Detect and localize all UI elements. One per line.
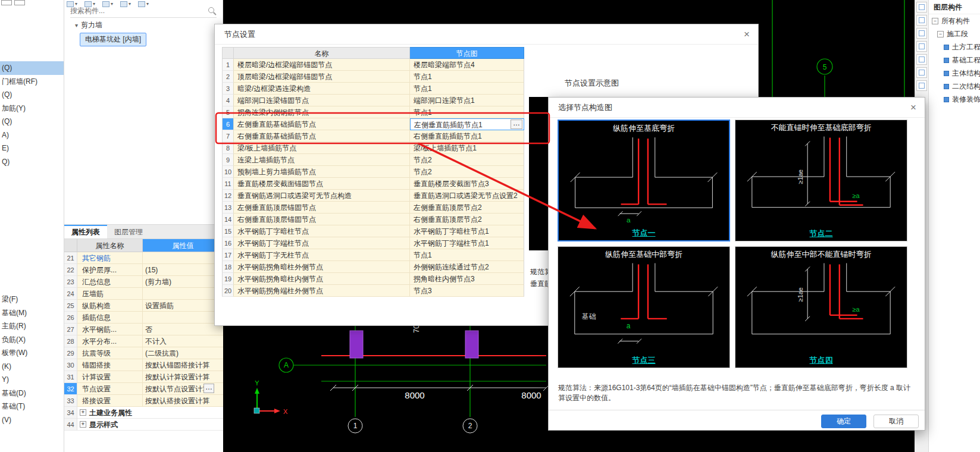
component-type-item[interactable]: (Q)	[0, 61, 64, 75]
property-row[interactable]: 22 保护层厚... (15)	[64, 264, 223, 276]
component-type-item[interactable]: Q)	[0, 155, 64, 169]
node-value[interactable]: 节点2	[410, 166, 524, 178]
component-type-item[interactable]: 板带(W)	[0, 346, 64, 360]
node-settings-row[interactable]: 3 暗梁/边框梁遇连梁构造 节点1	[222, 83, 524, 95]
node-settings-row[interactable]: 13 左侧垂直筋顶层锚固节点 左侧垂直筋顶层节点2	[222, 202, 524, 214]
layer-group-stage[interactable]: − 施工段	[929, 27, 980, 40]
component-type-item[interactable]: 主筋(R)	[0, 319, 64, 333]
property-value[interactable]: (剪力墙)	[143, 276, 223, 288]
node-name[interactable]: 端部洞口连梁锚固节点	[234, 95, 410, 106]
node-settings-row[interactable]: 19 水平钢筋拐角暗柱内侧节点 拐角暗柱内侧节点3	[222, 273, 524, 285]
node-settings-row[interactable]: 10 预制墙上剪力墙插筋节点 节点2	[222, 166, 524, 178]
node-option-label[interactable]: 节点一	[559, 228, 729, 238]
component-type-item[interactable]: 加筋(Y)	[0, 102, 64, 115]
property-row[interactable]: 26 插筋信息	[64, 312, 223, 324]
tree-group-shearwall[interactable]: ▾剪力墙	[75, 20, 102, 30]
property-value[interactable]: 按默认锚固搭接计算	[143, 359, 223, 371]
node-option-2[interactable]: 不能直锚时伸至基础底部弯折 ≥a ≥1ae 节点二	[735, 120, 907, 241]
component-type-item[interactable]: 基础(T)	[0, 400, 64, 413]
node-value[interactable]: 右侧垂直筋顶层节点2	[410, 214, 524, 225]
layer-leaf-item[interactable]: 基础工程	[929, 54, 980, 67]
toolbar-dropdown[interactable]: ▾	[138, 1, 149, 8]
cad-column-2[interactable]	[465, 331, 478, 358]
node-settings-row[interactable]: 20 水平钢筋拐角端柱外侧节点 节点3	[222, 285, 524, 297]
node-value[interactable]: 左侧垂直筋插筋节点1	[410, 118, 524, 130]
node-settings-row[interactable]: 14 右侧垂直筋顶层锚固节点 右侧垂直筋顶层节点2	[222, 214, 524, 225]
component-type-item[interactable]: (K)	[0, 360, 64, 373]
node-value[interactable]: 右侧垂直筋插筋节点1	[410, 130, 524, 142]
node-option-3[interactable]: 纵筋伸至基础中部弯折 a 基础 节点三	[558, 246, 730, 368]
component-type-item[interactable]: 基础(D)	[0, 387, 64, 400]
property-value[interactable]	[143, 252, 223, 264]
node-name[interactable]: 右侧垂直筋基础插筋节点	[234, 130, 410, 142]
toolbar-dropdown[interactable]: ▾	[102, 1, 113, 8]
property-row[interactable]: 30 锚固搭接 按默认锚固搭接计算	[64, 359, 223, 371]
close-icon[interactable]: ×	[744, 29, 750, 39]
property-value[interactable]	[143, 312, 223, 324]
node-name[interactable]: 顶层暗梁/边框梁端部锚固节点	[234, 71, 410, 83]
property-value[interactable]: 按默认搭接设置计算	[143, 395, 223, 407]
component-type-item[interactable]: A)	[0, 128, 64, 142]
property-row[interactable]: 21 其它钢筋	[64, 252, 223, 264]
node-settings-row[interactable]: 15 水平钢筋丁字暗柱节点 水平钢筋丁字暗柱节点1	[222, 225, 524, 237]
cancel-button[interactable]: 取消	[873, 415, 919, 428]
tab-property-list[interactable]: 属性列表	[64, 225, 107, 238]
node-value[interactable]: 节点1	[410, 83, 524, 95]
expand-plus-icon[interactable]: +	[80, 409, 86, 416]
node-value[interactable]: 节点1	[410, 249, 524, 261]
node-value[interactable]: 外侧钢筋连续通过节点2	[410, 261, 524, 273]
node-settings-row[interactable]: 2 顶层暗梁/边框梁端部锚固节点 节点1	[222, 71, 524, 83]
node-name[interactable]: 右侧垂直筋顶层锚固节点	[234, 214, 410, 225]
node-settings-row[interactable]: 7 右侧垂直筋基础插筋节点 右侧垂直筋插筋节点1	[222, 130, 524, 142]
node-value[interactable]: 垂直筋遇洞口或遇梁无节点设置2	[410, 190, 524, 202]
layer-leaf-item[interactable]: 二次结构	[929, 80, 980, 93]
node-name[interactable]: 左侧垂直筋顶层锚固节点	[234, 202, 410, 214]
node-name[interactable]: 水平钢筋拐角端柱外侧节点	[234, 285, 410, 297]
property-row[interactable]: 28 水平分布... 不计入	[64, 335, 223, 347]
tab-layer-management[interactable]: 图层管理	[107, 225, 150, 238]
expand-plus-icon[interactable]: +	[80, 421, 86, 428]
property-value[interactable]	[143, 288, 223, 300]
canvas-tool-button[interactable]	[916, 28, 927, 39]
property-row[interactable]: 33 搭接设置 按默认搭接设置计算	[64, 395, 223, 407]
node-option-label[interactable]: 节点四	[735, 355, 907, 366]
component-type-item[interactable]: Y)	[0, 373, 64, 387]
search-icon[interactable]	[208, 7, 214, 13]
node-value-ellipsis-button[interactable]: …	[511, 120, 522, 129]
node-value[interactable]: 水平钢筋丁字端柱节点1	[410, 237, 524, 249]
property-group-row[interactable]: 44 +显示样式	[64, 419, 223, 431]
component-type-item[interactable]: 门框墙(RF)	[0, 75, 64, 89]
property-value[interactable]: 否	[143, 324, 223, 335]
canvas-tool-button[interactable]	[916, 15, 927, 26]
node-option-4[interactable]: 纵筋伸至中部不能直锚时弯折 ≥a ≥1ae 节点四	[735, 246, 907, 368]
component-type-item[interactable]: 基础(M)	[0, 306, 64, 320]
node-name[interactable]: 水平钢筋丁字暗柱节点	[234, 225, 410, 237]
node-name[interactable]: 连梁上墙插筋节点	[234, 154, 410, 166]
node-name[interactable]: 水平钢筋丁字无柱节点	[234, 249, 410, 261]
collapse-minus-icon[interactable]: −	[937, 31, 944, 37]
node-settings-row[interactable]: 17 水平钢筋丁字无柱节点 节点1	[222, 249, 524, 261]
component-type-item[interactable]: 梁(F)	[0, 293, 64, 306]
component-type-item[interactable]: (Q)	[0, 88, 64, 102]
node-option-label[interactable]: 节点三	[558, 355, 729, 366]
property-value[interactable]: 按默认计算设置计算	[143, 371, 223, 383]
layer-leaf-item[interactable]: 主体结构	[929, 67, 980, 80]
node-name[interactable]: 拐角连梁内侧钢筋节点	[234, 106, 410, 118]
node-value[interactable]: 节点1	[410, 71, 524, 83]
layer-leaf-item[interactable]: 土方工程	[929, 40, 980, 54]
node-value[interactable]: 水平钢筋丁字暗柱节点1	[410, 225, 524, 237]
node-name[interactable]: 水平钢筋拐角暗柱内侧节点	[234, 273, 410, 285]
node-settings-row[interactable]: 12 垂直钢筋遇洞口或遇梁可无节点构造 垂直筋遇洞口或遇梁无节点设置2	[222, 190, 524, 202]
layer-leaf-item[interactable]: 装修装饰	[929, 93, 980, 106]
node-settings-row[interactable]: 9 连梁上墙插筋节点 节点2	[222, 154, 524, 166]
node-name[interactable]: 水平钢筋丁字端柱节点	[234, 237, 410, 249]
layer-group-all[interactable]: − 所有构件	[929, 14, 980, 27]
node-name[interactable]: 楼层暗梁/边框梁端部锚固节点	[234, 59, 410, 71]
component-type-item[interactable]: (Q)	[0, 115, 64, 128]
node-settings-row[interactable]: 16 水平钢筋丁字端柱节点 水平钢筋丁字端柱节点1	[222, 237, 524, 249]
property-row[interactable]: 27 水平钢筋... 否	[64, 324, 223, 335]
node-settings-row[interactable]: 8 梁/板上墙插筋节点 梁/板上墙插筋节点1	[222, 142, 524, 154]
property-row[interactable]: 29 抗震等级 (二级抗震)	[64, 347, 223, 359]
node-settings-row[interactable]: 6 左侧垂直筋基础插筋节点 左侧垂直筋插筋节点1	[222, 118, 524, 130]
collapse-minus-icon[interactable]: −	[932, 18, 938, 24]
